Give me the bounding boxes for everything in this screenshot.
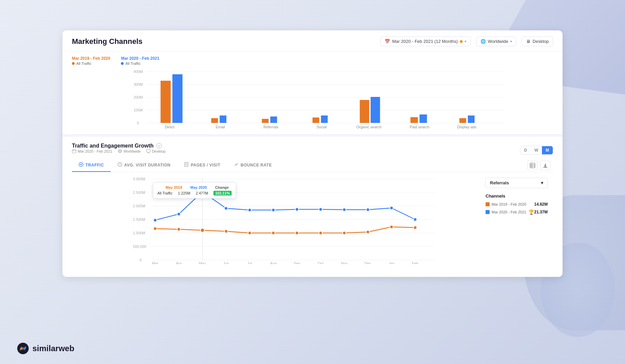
svg-text:1.500M: 1.500M bbox=[133, 217, 146, 222]
legend-label-1: All Traffic bbox=[76, 61, 92, 66]
svg-point-88 bbox=[295, 208, 299, 211]
svg-text:Nov: Nov bbox=[341, 261, 348, 264]
tooltip-val1: 1.225M bbox=[178, 191, 190, 195]
date-range-label: Mar 2020 - Feb 2021 (12 Months) bbox=[392, 39, 458, 44]
growth-header: Traffic and Engagement Growth i Mar 2020… bbox=[72, 143, 553, 157]
svg-rect-28 bbox=[460, 118, 466, 123]
svg-point-42 bbox=[80, 164, 82, 165]
download-button[interactable] bbox=[540, 161, 550, 170]
time-btn-m[interactable]: M bbox=[542, 146, 553, 154]
right-panel: Referrals ▾ Channels Mar 2019 - Feb 2020… bbox=[486, 172, 553, 277]
tooltip-empty bbox=[157, 185, 160, 189]
tooltip-col1: May 2019 bbox=[165, 185, 185, 189]
time-btn-w[interactable]: W bbox=[531, 146, 542, 154]
legend-item-1: All Traffic bbox=[72, 61, 110, 66]
svg-text:May: May bbox=[199, 261, 206, 264]
svg-text:0: 0 bbox=[137, 121, 139, 125]
globe-small-icon bbox=[118, 149, 122, 153]
svg-text:Apr: Apr bbox=[176, 261, 182, 264]
svg-text:400M: 400M bbox=[134, 70, 143, 74]
bar-chart-svg: 400M 300M 200M 100M 0 Direct Email bbox=[85, 68, 553, 131]
tooltip-val2: 2.477M bbox=[196, 191, 208, 195]
tab-traffic[interactable]: TRAFFIC bbox=[72, 159, 111, 172]
svg-point-105 bbox=[414, 226, 417, 229]
svg-rect-22 bbox=[360, 100, 369, 123]
svg-point-93 bbox=[414, 218, 417, 221]
svg-text:3.000M: 3.000M bbox=[133, 177, 146, 181]
section-divider bbox=[62, 134, 563, 137]
svg-point-94 bbox=[154, 227, 157, 230]
tab-avg-visit-label: AVG. VISIT DURATION bbox=[124, 163, 171, 167]
svg-rect-26 bbox=[420, 114, 427, 123]
channel-value-1: 14.62M bbox=[534, 202, 548, 207]
header-controls: 📅 Mar 2020 - Feb 2021 (12 Months) ▾ 🌐 Wo… bbox=[380, 36, 553, 46]
svg-rect-19 bbox=[313, 118, 319, 123]
channel-swatch-orange bbox=[486, 202, 490, 206]
svg-text:Referrals: Referrals bbox=[263, 125, 279, 129]
filter-arrow: ▾ bbox=[541, 180, 543, 185]
date-range-button[interactable]: 📅 Mar 2020 - Feb 2021 (12 Months) ▾ bbox=[380, 36, 470, 46]
svg-point-91 bbox=[366, 208, 370, 211]
logo-area: similarweb bbox=[17, 342, 74, 355]
logo-text: similarweb bbox=[32, 344, 74, 353]
meta-date: Mar 2020 - Feb 2021 bbox=[72, 149, 112, 153]
svg-point-83 bbox=[177, 212, 181, 216]
similarweb-logo-icon bbox=[17, 342, 29, 355]
legend-group-1: Mar 2019 - Feb 2020 All Traffic bbox=[72, 56, 110, 66]
time-toggle: D W M bbox=[520, 146, 553, 155]
tab-list: TRAFFIC AVG. VISIT DURATION PAGES / VISI… bbox=[72, 159, 279, 172]
globe-icon: 🌐 bbox=[480, 39, 486, 44]
tab-pages[interactable]: PAGES / VISIT bbox=[177, 159, 227, 172]
traffic-tab-icon bbox=[79, 162, 83, 168]
location-button[interactable]: 🌐 Worldwide ▾ bbox=[476, 36, 516, 46]
tab-avg-visit[interactable]: AVG. VISIT DURATION bbox=[111, 159, 177, 172]
tooltip-box: May 2019 May 2020 Change All Traffic 1.2… bbox=[153, 182, 236, 199]
chart-legend: Mar 2019 - Feb 2020 All Traffic Mar 2020… bbox=[72, 56, 553, 66]
tooltip-col3: Change bbox=[215, 185, 232, 189]
download-icon bbox=[543, 163, 548, 168]
tooltip-header: May 2019 May 2020 Change bbox=[157, 185, 232, 189]
svg-text:100M: 100M bbox=[134, 108, 143, 112]
svg-rect-49 bbox=[530, 163, 535, 168]
svg-text:Oct: Oct bbox=[318, 261, 323, 264]
bar-chart-section: Mar 2019 - Feb 2020 All Traffic Mar 2020… bbox=[62, 51, 563, 134]
svg-rect-46 bbox=[185, 162, 188, 166]
location-label: Worldwide bbox=[488, 39, 508, 44]
tab-bounce[interactable]: BOUNCE RATE bbox=[227, 159, 279, 172]
main-container: Marketing Channels 📅 Mar 2020 - Feb 2021… bbox=[62, 30, 563, 277]
location-arrow: ▾ bbox=[510, 40, 512, 43]
bounce-tab-icon bbox=[234, 162, 239, 168]
svg-point-102 bbox=[343, 231, 346, 235]
channel-label-1: Mar 2019 - Feb 2020 bbox=[486, 202, 526, 206]
date-arrow: ▾ bbox=[465, 40, 466, 43]
legend-label-2: All Traffic bbox=[125, 61, 140, 66]
svg-point-87 bbox=[272, 208, 275, 212]
growth-title-row: Traffic and Engagement Growth i bbox=[72, 143, 165, 149]
legend-item-2: All Traffic bbox=[121, 61, 159, 66]
svg-text:200M: 200M bbox=[134, 95, 143, 99]
bar-chart-wrapper: 400M 300M 200M 100M 0 Direct Email bbox=[85, 68, 553, 131]
device-label: Desktop bbox=[532, 39, 549, 44]
svg-text:2.500M: 2.500M bbox=[133, 190, 146, 194]
filter-dropdown[interactable]: Referrals ▾ bbox=[486, 178, 548, 188]
svg-rect-38 bbox=[147, 150, 150, 152]
svg-text:0: 0 bbox=[140, 258, 142, 262]
info-icon: i bbox=[156, 143, 162, 149]
filter-label: Referrals bbox=[490, 180, 509, 185]
calendar-icon: 📅 bbox=[385, 39, 390, 44]
svg-rect-20 bbox=[321, 115, 328, 123]
svg-text:Display ads: Display ads bbox=[457, 125, 476, 129]
svg-point-104 bbox=[390, 225, 393, 229]
svg-rect-23 bbox=[371, 97, 380, 123]
time-btn-d[interactable]: D bbox=[520, 146, 531, 154]
desktop-icon: 🖥 bbox=[526, 39, 530, 44]
svg-point-100 bbox=[295, 231, 299, 235]
svg-rect-31 bbox=[72, 150, 76, 153]
table-view-button[interactable] bbox=[527, 161, 538, 170]
svg-rect-10 bbox=[161, 81, 171, 123]
line-chart-area: May 2019 May 2020 Change All Traffic 1.2… bbox=[72, 172, 553, 277]
meta-location: Worldwide bbox=[118, 149, 141, 153]
svg-point-86 bbox=[248, 208, 252, 212]
device-button[interactable]: 🖥 Desktop bbox=[522, 36, 553, 46]
tooltip-row-label: All Traffic bbox=[157, 191, 173, 195]
